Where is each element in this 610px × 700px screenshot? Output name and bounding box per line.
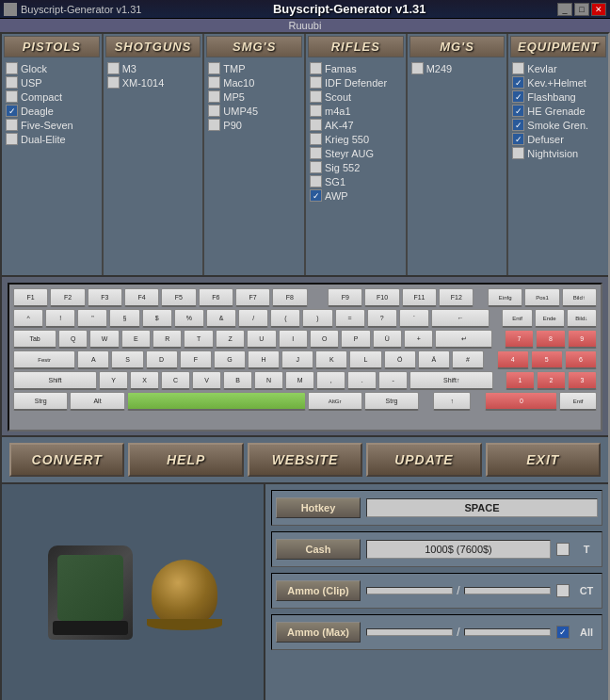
key-w[interactable]: W: [89, 330, 119, 349]
checkbox-idf-defender[interactable]: [310, 76, 322, 89]
maximize-button[interactable]: □: [574, 3, 589, 16]
key-shift-l[interactable]: Shift: [13, 371, 97, 390]
key-num2[interactable]: 2: [537, 371, 566, 390]
checkbox-nightvision[interactable]: [512, 147, 524, 159]
key-j[interactable]: J: [281, 350, 313, 369]
checkbox-mp5[interactable]: [208, 90, 220, 103]
ammo-max-value1[interactable]: [366, 628, 453, 636]
key-5[interactable]: %: [174, 309, 204, 328]
key-oe[interactable]: Ö: [384, 350, 416, 369]
checkbox-tmp[interactable]: [208, 62, 220, 74]
key-x[interactable]: X: [130, 371, 159, 390]
ammo-max-value2[interactable]: [464, 628, 551, 636]
key-7[interactable]: /: [238, 309, 268, 328]
weapon-item-glock[interactable]: Glock: [4, 61, 100, 75]
key-num8[interactable]: 8: [536, 330, 565, 349]
key-pos1[interactable]: Pos1: [524, 288, 559, 307]
checkbox-krieg-550[interactable]: [310, 133, 322, 145]
key-f1[interactable]: F1: [13, 288, 48, 307]
key-ae[interactable]: Ä: [418, 350, 450, 369]
checkbox-mac10[interactable]: [208, 76, 220, 89]
checkbox-steyr-aug[interactable]: [310, 147, 322, 159]
key-plus[interactable]: +: [404, 330, 433, 349]
checkbox-awp[interactable]: [310, 189, 322, 202]
key-v[interactable]: V: [192, 371, 221, 390]
update-button[interactable]: UPDATE: [366, 443, 481, 477]
weapon-item-kev--helmet[interactable]: Kev.+Helmet: [510, 75, 606, 90]
hotkey-value[interactable]: SPACE: [366, 498, 598, 517]
weapon-item-ump45[interactable]: UMP45: [206, 104, 302, 118]
weapon-item-krieg-550[interactable]: Krieg 550: [308, 132, 404, 146]
weapon-item-mac10[interactable]: Mac10: [206, 75, 302, 90]
checkbox-flashbang[interactable]: [512, 90, 524, 103]
key-bild-up[interactable]: Bild↑: [562, 288, 597, 307]
weapon-item-famas[interactable]: Famas: [308, 61, 404, 75]
key-enter-top[interactable]: ↵: [435, 330, 492, 349]
key-minus[interactable]: -: [378, 371, 408, 390]
key-n[interactable]: N: [254, 371, 283, 390]
weapon-item-five-seven[interactable]: Five-Seven: [4, 118, 100, 132]
key-num5[interactable]: 5: [531, 350, 563, 369]
weapon-item-m3[interactable]: M3: [105, 61, 201, 75]
key-shift-r[interactable]: Shift↑: [409, 371, 493, 390]
key-altgr[interactable]: AltGr: [308, 392, 362, 411]
checkbox-m249[interactable]: [411, 62, 424, 74]
weapon-item-compact[interactable]: Compact: [4, 90, 100, 104]
help-button[interactable]: HELP: [128, 443, 243, 477]
key-num7[interactable]: 7: [505, 330, 534, 349]
ammo-clip-checkbox[interactable]: [556, 584, 570, 597]
key-r[interactable]: R: [152, 330, 182, 349]
key-arrow-up[interactable]: ↑: [433, 392, 471, 411]
checkbox-usp[interactable]: [6, 76, 18, 89]
key-num4[interactable]: 4: [497, 350, 529, 369]
checkbox-glock[interactable]: [6, 62, 18, 74]
checkbox-he-grenade[interactable]: [512, 105, 524, 117]
key-tab[interactable]: Tab: [13, 330, 56, 349]
key-o[interactable]: O: [310, 330, 339, 349]
key-a[interactable]: A: [77, 350, 109, 369]
exit-button[interactable]: EXIT: [486, 443, 601, 477]
weapon-item-ak-47[interactable]: AK-47: [308, 118, 404, 132]
key-f8[interactable]: F8: [272, 288, 307, 307]
key-space[interactable]: [127, 392, 306, 411]
key-2[interactable]: ": [77, 309, 107, 328]
weapon-item-m4a1[interactable]: m4a1: [308, 104, 404, 118]
key-entf[interactable]: Entf: [502, 309, 532, 328]
key-4[interactable]: $: [142, 309, 172, 328]
key-f12[interactable]: F12: [439, 288, 474, 307]
checkbox-sig-552[interactable]: [310, 161, 322, 173]
key-ende[interactable]: Ende: [535, 309, 565, 328]
weapon-item-steyr-aug[interactable]: Steyr AUG: [308, 146, 404, 160]
weapon-item-deagle[interactable]: Deagle: [4, 104, 100, 118]
key-f9[interactable]: F9: [328, 288, 362, 307]
key-f3[interactable]: F3: [88, 288, 122, 307]
key-e[interactable]: E: [121, 330, 151, 349]
key-comma[interactable]: ,: [316, 371, 345, 390]
key-0[interactable]: =: [335, 309, 365, 328]
weapon-item-nightvision[interactable]: Nightvision: [510, 146, 606, 160]
key-k[interactable]: K: [315, 350, 347, 369]
key-caret[interactable]: ^: [13, 309, 43, 328]
checkbox-kevlar[interactable]: [512, 62, 524, 74]
key-num6[interactable]: 6: [565, 350, 597, 369]
checkbox-ak-47[interactable]: [310, 119, 322, 131]
key-ue[interactable]: Ü: [373, 330, 402, 349]
convert-button[interactable]: CONVERT: [9, 443, 124, 477]
checkbox-p90[interactable]: [208, 119, 220, 131]
weapon-item-smoke-gren-[interactable]: Smoke Gren.: [510, 118, 606, 132]
weapon-item-dual-elite[interactable]: Dual-Elite: [4, 132, 100, 146]
key-capslock[interactable]: Festr: [13, 350, 75, 369]
weapon-item-tmp[interactable]: TMP: [206, 61, 302, 75]
key-l[interactable]: L: [349, 350, 381, 369]
key-p[interactable]: P: [341, 330, 370, 349]
weapon-item-mp5[interactable]: MP5: [206, 90, 302, 104]
weapon-item-idf-defender[interactable]: IDF Defender: [308, 75, 404, 90]
checkbox-xm-1014[interactable]: [107, 76, 120, 89]
cash-checkbox[interactable]: [556, 543, 570, 556]
checkbox-scout[interactable]: [310, 90, 322, 103]
website-button[interactable]: WEBSITE: [248, 443, 362, 477]
key-9[interactable]: ): [302, 309, 332, 328]
key-y[interactable]: Y: [99, 371, 128, 390]
key-s[interactable]: S: [111, 350, 143, 369]
key-c[interactable]: C: [161, 371, 190, 390]
